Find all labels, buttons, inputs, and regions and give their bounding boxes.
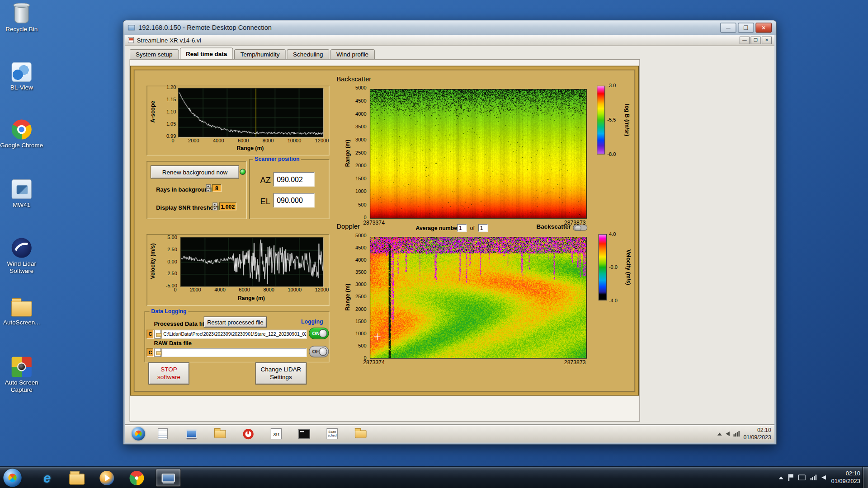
- logging-label: Logging: [301, 319, 323, 324]
- internet-explorer-icon: e: [43, 470, 51, 485]
- desktop-icon-auto-screen-capture[interactable]: Auto Screen Capture: [0, 357, 43, 393]
- desktop-icon-mw41[interactable]: MW41: [0, 179, 43, 208]
- xr-vi-icon: XR: [271, 428, 282, 439]
- backscatter-x-start: 2873374: [363, 220, 385, 225]
- network-tray-icon[interactable]: [811, 475, 816, 480]
- remote-desktop-icon: [162, 474, 175, 483]
- remote-clock[interactable]: 02:10 01/09/2023: [743, 427, 771, 441]
- remote-taskbar-app-stop[interactable]: [241, 428, 255, 440]
- a-scope-y-axis-label: A-scope: [150, 101, 156, 122]
- processed-browse-icon[interactable]: [155, 330, 161, 339]
- show-desktop-button[interactable]: [863, 467, 868, 488]
- average-of-input[interactable]: 1: [478, 224, 488, 232]
- stop-button-line1: STOP: [160, 366, 177, 374]
- taskbar-clock[interactable]: 02:10 01/09/2023: [831, 470, 860, 485]
- remote-hidden-icons-arrow[interactable]: [717, 432, 722, 435]
- snr-stepper[interactable]: [212, 202, 217, 210]
- tab-scheduling[interactable]: Scheduling: [287, 49, 329, 59]
- remote-taskbar-app-viewer[interactable]: [213, 428, 226, 440]
- rays-value[interactable]: 8: [212, 184, 222, 192]
- backscatter-colorbar: [597, 86, 605, 155]
- desktop-icon-label: Wind Lidar Software: [0, 260, 43, 274]
- taskbar-google-chrome[interactable]: [124, 469, 149, 487]
- snr-value[interactable]: 1.002: [219, 202, 236, 210]
- backscatter-toggle[interactable]: [573, 225, 587, 230]
- doppler-y-ticks: 5000450040003500300025002000150010005000: [350, 234, 367, 361]
- remote-network-icon[interactable]: [733, 431, 739, 436]
- processed-data-file-label: Processed Data file: [154, 320, 208, 327]
- a-scope-plot: [178, 88, 323, 137]
- desktop-icon-label: Auto Screen Capture: [0, 379, 43, 393]
- action-center-flag-icon[interactable]: [788, 474, 793, 481]
- taskbar: e 02:10 01/09/2023: [0, 466, 868, 488]
- remote-clock-date: 01/09/2023: [743, 434, 771, 441]
- taskbar-windows-explorer[interactable]: [64, 469, 90, 487]
- tab-wind-profile[interactable]: Wind profile: [330, 49, 375, 59]
- taskbar-internet-explorer[interactable]: e: [34, 469, 60, 487]
- az-input[interactable]: 090.002: [274, 172, 315, 187]
- desktop-icon-google-chrome[interactable]: Google Chrome: [0, 119, 43, 148]
- app-titlebar[interactable]: StreamLine XR v14-6.vi: [125, 35, 774, 46]
- app-close-button[interactable]: [762, 36, 772, 44]
- stop-software-button[interactable]: STOP software: [148, 362, 189, 385]
- backscatter-colorbar-label: log B (/m/sr): [624, 104, 630, 136]
- app-restore-button[interactable]: [750, 36, 760, 44]
- remote-taskbar-app-cmd[interactable]: [297, 428, 311, 440]
- velocity-chart-group: Velocity (m/s) 5.002.500.00-2.50-5.00 02…: [146, 234, 329, 306]
- rdp-maximize-button[interactable]: [738, 23, 754, 33]
- remote-volume-icon[interactable]: [726, 432, 730, 436]
- desktop-icon-recycle-bin[interactable]: Recycle Bin: [0, 5, 43, 33]
- rdp-titlebar[interactable]: 192.168.0.150 - Remote Desktop Connectio…: [123, 20, 776, 35]
- tab-real-time-data[interactable]: Real time data: [180, 47, 233, 59]
- rays-stepper[interactable]: [206, 184, 211, 192]
- change-lidar-settings-button[interactable]: Change LiDAR Settings: [255, 362, 307, 385]
- remote-clock-time: 02:10: [743, 427, 771, 434]
- raw-browse-icon[interactable]: [155, 348, 161, 357]
- desktop-icon-bl-view[interactable]: BL-View: [0, 62, 43, 91]
- desktop: Recycle Bin BL-View Google Chrome MW41 W…: [0, 0, 868, 488]
- remote-taskbar-app-scan-sched[interactable]: Scansched: [326, 428, 339, 440]
- display-tray-icon[interactable]: [798, 475, 806, 480]
- app-minimize-button[interactable]: [740, 36, 750, 44]
- data-logging-title: Data Logging: [150, 308, 189, 314]
- desktop-icon-autoscreen-folder[interactable]: AutoScreen...: [0, 297, 43, 326]
- clock-time: 02:10: [831, 470, 860, 478]
- remote-start-button[interactable]: [132, 427, 145, 440]
- restart-processed-file-button[interactable]: Restart processed file: [204, 316, 267, 327]
- renew-background-button[interactable]: Renew background now: [151, 165, 239, 178]
- taskbar-remote-desktop-active[interactable]: [156, 469, 181, 487]
- raw-drive-box[interactable]: C: [146, 348, 154, 357]
- processed-logging-toggle[interactable]: ON: [309, 328, 329, 339]
- remote-taskbar-app-display[interactable]: [185, 428, 198, 440]
- doppler-colorbar-label: Velocity (m/s): [625, 249, 631, 285]
- tab-page-real-time-data: Backscatter A-scope 1.201.151.101.050.99…: [130, 59, 640, 422]
- hidden-icons-arrow[interactable]: [779, 476, 783, 479]
- remote-taskbar-app-notepad[interactable]: [156, 428, 169, 440]
- raw-path-input[interactable]: [162, 348, 307, 357]
- raw-logging-toggle[interactable]: OFF: [309, 346, 329, 357]
- processed-path-input[interactable]: C:\Lidar\Data\Proc\2023\202309\20230901\…: [162, 330, 307, 339]
- app-window-title: StreamLine XR v14-6.vi: [137, 37, 201, 43]
- el-input[interactable]: 090.000: [274, 193, 315, 207]
- backscatter-toggle-label: Backscatter: [537, 223, 571, 230]
- start-button[interactable]: [3, 469, 21, 487]
- backscatter-heatmap[interactable]: [370, 89, 587, 219]
- tab-system-setup[interactable]: System setup: [130, 49, 179, 59]
- remote-taskbar-app-xr-vi[interactable]: XR: [269, 428, 283, 440]
- doppler-x-start: 2873374: [363, 359, 385, 365]
- a-scope-x-ticks: 020004000600080001000012000: [172, 138, 329, 143]
- average-number-input[interactable]: 1: [457, 224, 467, 232]
- average-number-label: Average number: [416, 225, 459, 231]
- rdp-minimize-button[interactable]: [720, 23, 736, 33]
- app-window-icon: [128, 37, 134, 43]
- taskbar-media-player[interactable]: [94, 469, 119, 487]
- processed-drive-box[interactable]: C: [146, 330, 154, 339]
- remote-desktop: StreamLine XR v14-6.vi System setup Real…: [125, 35, 774, 442]
- volume-tray-icon[interactable]: [822, 475, 826, 480]
- doppler-heatmap[interactable]: [370, 237, 587, 358]
- data-logging-group: Data Logging Processed Data file Restart…: [145, 311, 330, 362]
- rdp-close-button[interactable]: [755, 23, 772, 33]
- remote-taskbar-app-explorer[interactable]: [354, 428, 367, 440]
- desktop-icon-wind-lidar[interactable]: Wind Lidar Software: [0, 238, 43, 274]
- tab-temp-humidity[interactable]: Temp/humidity: [234, 49, 286, 59]
